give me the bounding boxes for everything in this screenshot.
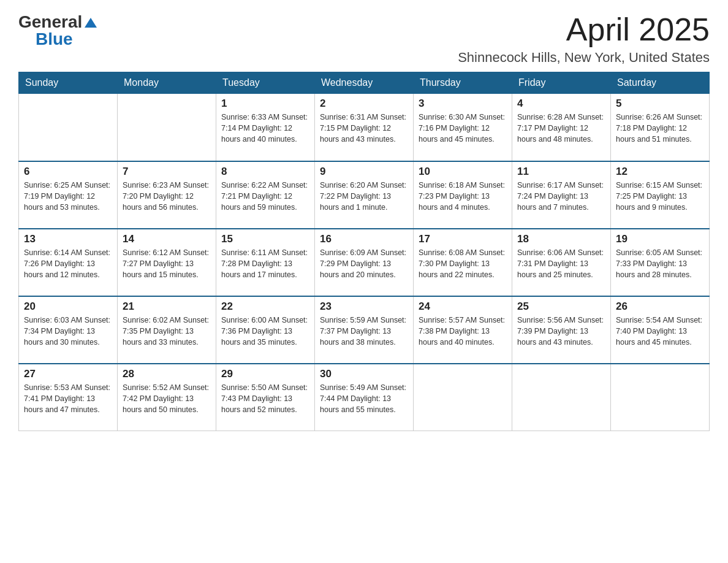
day-info: Sunrise: 6:03 AM Sunset: 7:34 PM Dayligh…	[24, 315, 112, 348]
day-info: Sunrise: 6:12 AM Sunset: 7:27 PM Dayligh…	[123, 247, 211, 280]
calendar-week-row: 13Sunrise: 6:14 AM Sunset: 7:26 PM Dayli…	[19, 229, 710, 296]
calendar-cell: 27Sunrise: 5:53 AM Sunset: 7:41 PM Dayli…	[19, 364, 118, 431]
calendar-header-sunday: Sunday	[19, 72, 118, 94]
day-info: Sunrise: 5:50 AM Sunset: 7:43 PM Dayligh…	[221, 382, 309, 415]
header: General Blue April 2025 Shinnecock Hills…	[18, 12, 710, 66]
day-number: 11	[517, 166, 605, 178]
day-number: 24	[419, 301, 507, 313]
day-number: 23	[320, 301, 408, 313]
day-info: Sunrise: 6:06 AM Sunset: 7:31 PM Dayligh…	[517, 247, 605, 280]
calendar-cell: 1Sunrise: 6:33 AM Sunset: 7:14 PM Daylig…	[216, 94, 315, 161]
day-number: 30	[320, 368, 408, 380]
svg-marker-0	[85, 18, 97, 28]
calendar-cell: 28Sunrise: 5:52 AM Sunset: 7:42 PM Dayli…	[118, 364, 216, 431]
calendar-cell: 7Sunrise: 6:23 AM Sunset: 7:20 PM Daylig…	[118, 161, 216, 229]
calendar-week-row: 27Sunrise: 5:53 AM Sunset: 7:41 PM Dayli…	[19, 364, 710, 431]
day-number: 27	[24, 368, 112, 380]
calendar-cell	[512, 364, 611, 431]
day-number: 14	[123, 233, 211, 245]
day-number: 16	[320, 233, 408, 245]
day-info: Sunrise: 6:22 AM Sunset: 7:21 PM Dayligh…	[221, 180, 309, 213]
day-number: 28	[123, 368, 211, 380]
day-info: Sunrise: 6:08 AM Sunset: 7:30 PM Dayligh…	[419, 247, 507, 280]
calendar-cell: 13Sunrise: 6:14 AM Sunset: 7:26 PM Dayli…	[19, 229, 118, 296]
calendar-table: SundayMondayTuesdayWednesdayThursdayFrid…	[18, 72, 710, 431]
day-number: 22	[221, 301, 309, 313]
day-number: 17	[419, 233, 507, 245]
month-title: April 2025	[458, 12, 710, 47]
day-number: 25	[517, 301, 605, 313]
calendar-cell: 20Sunrise: 6:03 AM Sunset: 7:34 PM Dayli…	[19, 296, 118, 364]
title-area: April 2025 Shinnecock Hills, New York, U…	[458, 12, 710, 66]
calendar-cell	[611, 364, 710, 431]
day-number: 21	[123, 301, 211, 313]
day-info: Sunrise: 6:02 AM Sunset: 7:35 PM Dayligh…	[123, 315, 211, 348]
calendar-cell: 22Sunrise: 6:00 AM Sunset: 7:36 PM Dayli…	[216, 296, 315, 364]
calendar-header-wednesday: Wednesday	[315, 72, 414, 94]
day-info: Sunrise: 6:05 AM Sunset: 7:33 PM Dayligh…	[616, 247, 704, 280]
day-info: Sunrise: 6:25 AM Sunset: 7:19 PM Dayligh…	[24, 180, 112, 213]
day-number: 10	[419, 166, 507, 178]
day-info: Sunrise: 5:59 AM Sunset: 7:37 PM Dayligh…	[320, 315, 408, 348]
calendar-cell: 23Sunrise: 5:59 AM Sunset: 7:37 PM Dayli…	[315, 296, 414, 364]
day-number: 19	[616, 233, 704, 245]
day-number: 15	[221, 233, 309, 245]
day-info: Sunrise: 6:00 AM Sunset: 7:36 PM Dayligh…	[221, 315, 309, 348]
logo: General Blue	[18, 12, 97, 49]
day-info: Sunrise: 6:15 AM Sunset: 7:25 PM Dayligh…	[616, 180, 704, 213]
calendar-header-friday: Friday	[512, 72, 611, 94]
calendar-cell: 9Sunrise: 6:20 AM Sunset: 7:22 PM Daylig…	[315, 161, 414, 229]
calendar-cell: 16Sunrise: 6:09 AM Sunset: 7:29 PM Dayli…	[315, 229, 414, 296]
day-info: Sunrise: 5:52 AM Sunset: 7:42 PM Dayligh…	[123, 382, 211, 415]
day-number: 7	[123, 166, 211, 178]
calendar-cell: 19Sunrise: 6:05 AM Sunset: 7:33 PM Dayli…	[611, 229, 710, 296]
calendar-cell: 6Sunrise: 6:25 AM Sunset: 7:19 PM Daylig…	[19, 161, 118, 229]
day-info: Sunrise: 6:20 AM Sunset: 7:22 PM Dayligh…	[320, 180, 408, 213]
day-info: Sunrise: 6:17 AM Sunset: 7:24 PM Dayligh…	[517, 180, 605, 213]
calendar-week-row: 20Sunrise: 6:03 AM Sunset: 7:34 PM Dayli…	[19, 296, 710, 364]
day-number: 6	[24, 166, 112, 178]
calendar-header-tuesday: Tuesday	[216, 72, 315, 94]
day-number: 20	[24, 301, 112, 313]
day-info: Sunrise: 5:49 AM Sunset: 7:44 PM Dayligh…	[320, 382, 408, 415]
calendar-cell: 14Sunrise: 6:12 AM Sunset: 7:27 PM Dayli…	[118, 229, 216, 296]
day-info: Sunrise: 6:33 AM Sunset: 7:14 PM Dayligh…	[221, 112, 309, 145]
day-number: 18	[517, 233, 605, 245]
calendar-cell: 10Sunrise: 6:18 AM Sunset: 7:23 PM Dayli…	[414, 161, 512, 229]
calendar-cell: 26Sunrise: 5:54 AM Sunset: 7:40 PM Dayli…	[611, 296, 710, 364]
calendar-cell: 12Sunrise: 6:15 AM Sunset: 7:25 PM Dayli…	[611, 161, 710, 229]
calendar-week-row: 6Sunrise: 6:25 AM Sunset: 7:19 PM Daylig…	[19, 161, 710, 229]
day-info: Sunrise: 6:09 AM Sunset: 7:29 PM Dayligh…	[320, 247, 408, 280]
calendar-cell: 25Sunrise: 5:56 AM Sunset: 7:39 PM Dayli…	[512, 296, 611, 364]
calendar-cell: 5Sunrise: 6:26 AM Sunset: 7:18 PM Daylig…	[611, 94, 710, 161]
calendar-cell	[414, 364, 512, 431]
day-number: 13	[24, 233, 112, 245]
day-info: Sunrise: 6:30 AM Sunset: 7:16 PM Dayligh…	[419, 112, 507, 145]
calendar-header-monday: Monday	[118, 72, 216, 94]
calendar-cell: 11Sunrise: 6:17 AM Sunset: 7:24 PM Dayli…	[512, 161, 611, 229]
day-number: 12	[616, 166, 704, 178]
day-info: Sunrise: 5:53 AM Sunset: 7:41 PM Dayligh…	[24, 382, 112, 415]
calendar-cell: 29Sunrise: 5:50 AM Sunset: 7:43 PM Dayli…	[216, 364, 315, 431]
day-info: Sunrise: 5:57 AM Sunset: 7:38 PM Dayligh…	[419, 315, 507, 348]
day-info: Sunrise: 6:26 AM Sunset: 7:18 PM Dayligh…	[616, 112, 704, 145]
calendar-cell: 8Sunrise: 6:22 AM Sunset: 7:21 PM Daylig…	[216, 161, 315, 229]
calendar-week-row: 1Sunrise: 6:33 AM Sunset: 7:14 PM Daylig…	[19, 94, 710, 161]
calendar-header-row: SundayMondayTuesdayWednesdayThursdayFrid…	[19, 72, 710, 94]
day-info: Sunrise: 6:23 AM Sunset: 7:20 PM Dayligh…	[123, 180, 211, 213]
day-info: Sunrise: 5:56 AM Sunset: 7:39 PM Dayligh…	[517, 315, 605, 348]
day-number: 3	[419, 98, 507, 110]
calendar-cell: 3Sunrise: 6:30 AM Sunset: 7:16 PM Daylig…	[414, 94, 512, 161]
day-number: 9	[320, 166, 408, 178]
calendar-cell: 17Sunrise: 6:08 AM Sunset: 7:30 PM Dayli…	[414, 229, 512, 296]
day-info: Sunrise: 6:18 AM Sunset: 7:23 PM Dayligh…	[419, 180, 507, 213]
day-number: 4	[517, 98, 605, 110]
day-number: 1	[221, 98, 309, 110]
calendar-cell	[118, 94, 216, 161]
day-number: 26	[616, 301, 704, 313]
calendar-cell: 2Sunrise: 6:31 AM Sunset: 7:15 PM Daylig…	[315, 94, 414, 161]
day-number: 2	[320, 98, 408, 110]
day-info: Sunrise: 6:31 AM Sunset: 7:15 PM Dayligh…	[320, 112, 408, 145]
day-number: 8	[221, 166, 309, 178]
day-info: Sunrise: 6:11 AM Sunset: 7:28 PM Dayligh…	[221, 247, 309, 280]
